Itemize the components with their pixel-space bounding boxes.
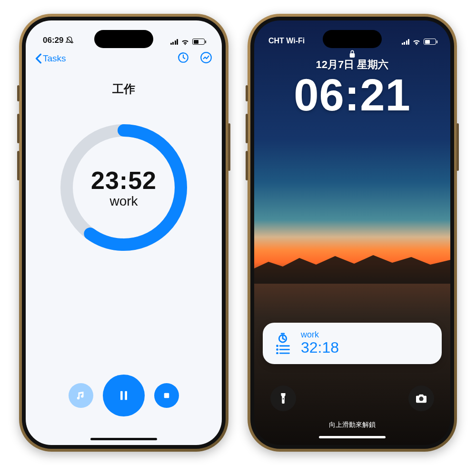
pause-button[interactable] <box>103 375 145 416</box>
unlock-hint: 向上滑動來解鎖 <box>329 421 376 429</box>
phone-left: 06:29 <box>19 14 228 452</box>
stop-button[interactable] <box>154 383 179 408</box>
flashlight-icon <box>278 392 288 405</box>
app-screen: 06:29 <box>26 20 222 445</box>
dynamic-island <box>94 30 153 48</box>
task-title: 工作 <box>26 81 222 97</box>
chevron-left-icon <box>35 53 42 64</box>
back-label: Tasks <box>43 53 66 64</box>
camera-icon <box>415 393 427 404</box>
svg-point-11 <box>276 352 278 354</box>
lock-time: 06:21 <box>254 73 450 118</box>
wifi-icon <box>412 39 421 45</box>
battery-icon <box>424 39 436 45</box>
stop-icon <box>162 391 171 400</box>
svg-point-13 <box>419 396 423 401</box>
back-button[interactable]: Tasks <box>35 53 66 64</box>
battery-icon <box>192 39 205 45</box>
status-time: 06:29 <box>43 36 63 45</box>
svg-rect-4 <box>120 391 123 400</box>
timer-mode: work <box>109 194 138 209</box>
silent-icon <box>65 36 74 45</box>
mountain-silhouette <box>254 241 450 284</box>
lock-bottom: 向上滑動來解鎖 <box>254 369 450 445</box>
volume-down[interactable] <box>246 151 248 180</box>
svg-rect-7 <box>350 53 355 57</box>
music-icon <box>76 390 86 401</box>
status-indicators <box>170 39 205 45</box>
timer-history-icon[interactable] <box>177 51 189 66</box>
controls <box>26 375 222 416</box>
timer-time: 23:52 <box>91 166 157 195</box>
wifi-icon <box>181 39 189 45</box>
widget-time: 32:18 <box>301 339 339 356</box>
pause-icon <box>117 389 130 402</box>
cellular-icon <box>402 39 410 45</box>
stats-icon[interactable] <box>200 51 212 66</box>
volume-up[interactable] <box>17 114 20 143</box>
timer-ring: 23:52 work <box>57 120 191 255</box>
home-indicator[interactable] <box>90 438 157 440</box>
mute-switch[interactable] <box>246 85 248 101</box>
carrier-label: CHT Wi-Fi <box>268 37 305 45</box>
svg-point-10 <box>276 348 278 351</box>
svg-rect-5 <box>125 391 127 400</box>
widget-label: work <box>301 330 339 340</box>
svg-rect-6 <box>164 393 169 398</box>
lock-screen[interactable]: CHT Wi-Fi 12月7日 星期六 06:21 <box>254 20 450 445</box>
lock-icon <box>348 49 356 59</box>
camera-button[interactable] <box>408 386 434 411</box>
mute-switch[interactable] <box>17 85 20 101</box>
power-button[interactable] <box>228 123 230 171</box>
flashlight-button[interactable] <box>270 386 296 411</box>
volume-down[interactable] <box>17 151 20 180</box>
phone-right: CHT Wi-Fi 12月7日 星期六 06:21 <box>248 14 457 452</box>
music-button[interactable] <box>69 383 93 408</box>
svg-rect-12 <box>283 398 284 400</box>
stopwatch-list-icon <box>271 332 294 355</box>
live-activity-widget[interactable]: work 32:18 <box>263 323 442 364</box>
svg-point-9 <box>276 345 278 347</box>
cellular-icon <box>170 39 178 45</box>
nav-bar: Tasks <box>26 47 222 70</box>
power-button[interactable] <box>456 123 459 171</box>
dynamic-island <box>323 30 382 48</box>
volume-up[interactable] <box>246 114 248 143</box>
home-indicator[interactable] <box>319 436 386 438</box>
lock-date: 12月7日 星期六 <box>254 58 450 72</box>
